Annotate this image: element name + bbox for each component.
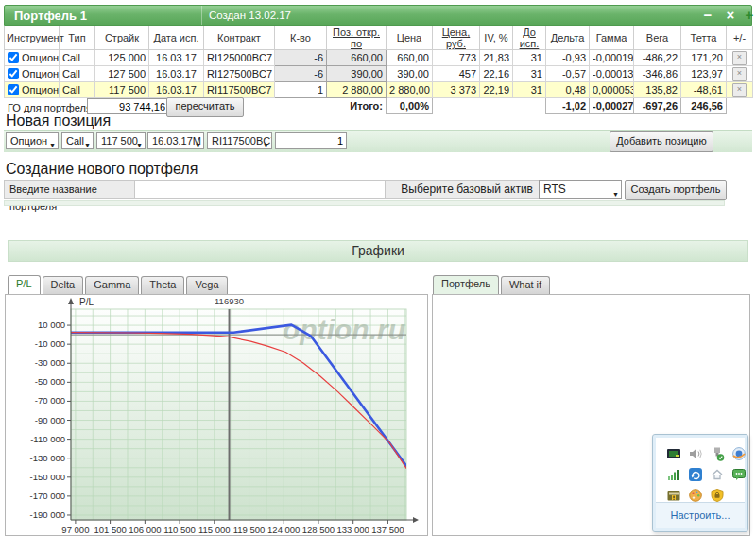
new-position-heading: Новая позиция	[6, 112, 111, 130]
tab-theta[interactable]: Theta	[141, 276, 184, 294]
svg-text:115 000: 115 000	[198, 525, 231, 535]
totals-empty-cell	[727, 98, 753, 114]
column-header-1[interactable]: Инструмент	[7, 32, 64, 43]
base-asset-select[interactable]: RTS▼	[539, 180, 622, 199]
delta-cell: -0,93	[546, 50, 590, 66]
security-icon[interactable]	[710, 488, 725, 503]
totals-gamma: -0,000274	[590, 98, 634, 114]
column-header-9[interactable]: Цена, руб.	[442, 26, 471, 49]
price-rub-cell: 3 373	[433, 82, 480, 98]
svg-text:-90 000: -90 000	[35, 415, 65, 425]
price-rub-cell: 773	[433, 50, 480, 66]
strike-select[interactable]: 117 500▼	[96, 132, 146, 149]
position-enabled-checkbox[interactable]	[8, 84, 19, 95]
display-icon[interactable]	[666, 446, 681, 461]
warning-icon[interactable]	[666, 488, 681, 503]
type-cell: Call	[60, 82, 95, 98]
vega-cell: 135,82	[634, 82, 681, 98]
sync-icon[interactable]	[688, 467, 703, 482]
delta-cell: 0,48	[546, 82, 590, 98]
usb-icon[interactable]	[710, 446, 725, 461]
volume-icon[interactable]	[688, 446, 703, 461]
type-cell: Call	[60, 50, 95, 66]
option-type-select[interactable]: Call▼	[61, 132, 94, 149]
svg-text:P/L: P/L	[79, 297, 94, 307]
strike-cell: 125 000	[95, 50, 149, 66]
open-price-input-cell[interactable]: 390,00	[327, 66, 387, 82]
svg-text:-30 000: -30 000	[35, 357, 65, 368]
column-header-6[interactable]: К-во	[290, 32, 311, 43]
tab-vega[interactable]: Vega	[186, 276, 227, 294]
column-header-11[interactable]: До исп.	[520, 26, 540, 49]
home-icon[interactable]	[710, 467, 725, 482]
dropdown-arrow-icon: ▼	[263, 138, 269, 149]
column-header-8[interactable]: Цена	[397, 32, 421, 43]
position-enabled-checkbox[interactable]	[8, 68, 19, 79]
tray-customize-link[interactable]: Настроить...	[671, 510, 730, 521]
column-header-12[interactable]: Дельта	[551, 32, 585, 43]
qty-input-cell[interactable]: 1	[275, 82, 327, 98]
price-cell: 390,00	[387, 66, 433, 82]
tab-gamma[interactable]: Gamma	[85, 276, 139, 294]
chat-icon[interactable]	[731, 467, 747, 482]
expiry-date-select[interactable]: 16.03.17М▼	[147, 132, 204, 149]
tab-портфель[interactable]: Портфель	[433, 275, 499, 294]
theta-cell: -48,61	[681, 82, 727, 98]
gamma-cell: -0,000192	[590, 50, 634, 66]
add-icon[interactable]: +	[741, 7, 756, 24]
column-header-7[interactable]: Поз. откр. по	[333, 26, 380, 49]
instrument-select[interactable]: Опцион▼	[6, 132, 59, 149]
dropdown-arrow-icon: ▼	[195, 138, 201, 149]
column-header-2[interactable]: Тип	[68, 32, 85, 43]
totals-empty-cell	[480, 98, 513, 114]
instrument-cell: Опцион	[5, 66, 60, 82]
palette-icon[interactable]	[688, 488, 703, 503]
base-asset-label: Выберите базовый актив	[385, 180, 540, 199]
quantity-input[interactable]	[275, 132, 347, 149]
svg-text:10 000: 10 000	[38, 320, 65, 330]
launcher-icon[interactable]	[731, 446, 747, 461]
network-icon[interactable]	[666, 467, 681, 482]
recalculate-button[interactable]: пересчитать	[166, 97, 244, 117]
create-portfolio-button[interactable]: Создать портфель	[625, 180, 727, 200]
instrument-label: Опцион	[22, 52, 59, 63]
tab-delta[interactable]: Delta	[43, 276, 84, 294]
panel-tabs: ПортфельWhat if	[433, 277, 550, 294]
create-portfolio-empty-row	[4, 200, 725, 206]
portfolio-name-input[interactable]	[134, 180, 386, 199]
open-price-input-cell[interactable]: 2 880,00	[327, 82, 387, 98]
add-position-button[interactable]: Добавить позицию	[610, 131, 713, 152]
column-header-16: +/-	[733, 32, 746, 43]
totals-empty-cell	[275, 98, 327, 114]
instrument-label: Опцион	[22, 68, 59, 79]
close-icon[interactable]: ×	[722, 7, 739, 24]
positions-table-header: ИнструментТипСтрайкДата исп.КонтрактК-во…	[5, 26, 753, 50]
contract-cell: RI127500BC7	[204, 66, 275, 82]
column-header-14[interactable]: Вега	[646, 32, 668, 43]
svg-text:97 000: 97 000	[61, 525, 89, 535]
tab-what-if[interactable]: What if	[501, 276, 550, 294]
qty-input-cell[interactable]: -6	[275, 66, 327, 82]
contract-select[interactable]: RI117500BC7▼	[207, 132, 272, 149]
column-header-13[interactable]: Гамма	[596, 32, 627, 43]
days-cell: 31	[513, 82, 546, 98]
column-header-15[interactable]: Тетта	[691, 32, 717, 43]
position-enabled-checkbox[interactable]	[8, 52, 19, 63]
totals-empty-cell	[513, 98, 546, 114]
qty-input-cell[interactable]: -6	[275, 50, 327, 66]
remove-position-icon[interactable]: ×	[732, 51, 747, 65]
column-header-10[interactable]: IV, %	[484, 32, 507, 43]
column-header-5[interactable]: Контракт	[217, 32, 261, 43]
contract-cell: RI125000BC7	[204, 50, 275, 66]
open-price-input-cell[interactable]: 660,00	[327, 50, 387, 66]
create-portfolio-heading: Создание нового портфеля	[6, 161, 198, 178]
column-header-3[interactable]: Страйк	[105, 32, 139, 43]
remove-position-icon[interactable]: ×	[732, 67, 747, 81]
minimize-icon[interactable]: −	[699, 7, 716, 24]
theta-cell: 123,97	[681, 66, 727, 82]
column-header-4[interactable]: Дата исп.	[153, 32, 198, 43]
tab-p-l[interactable]: P/L	[8, 275, 41, 294]
remove-position-icon[interactable]: ×	[732, 83, 747, 97]
svg-text:128 500: 128 500	[302, 525, 335, 535]
gamma-cell: -0,000135	[590, 66, 634, 82]
